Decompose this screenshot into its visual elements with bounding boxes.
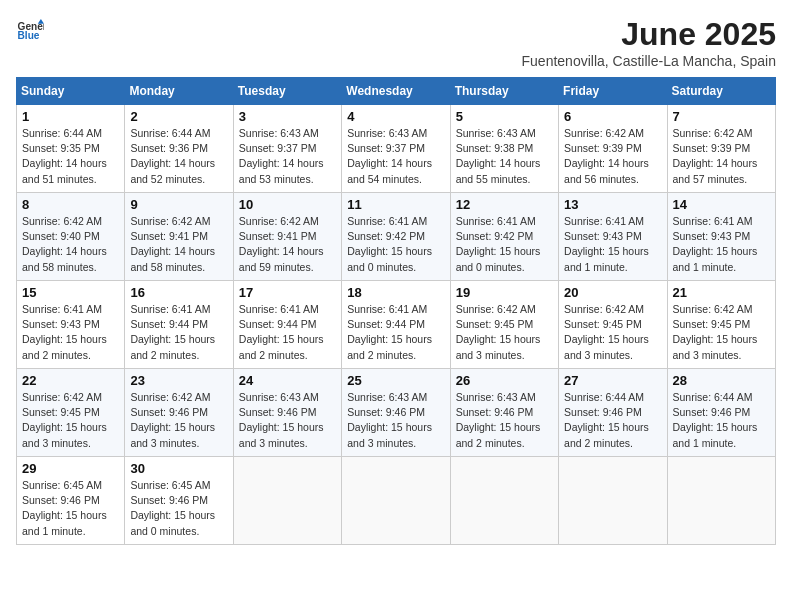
day-info: Sunrise: 6:41 AMSunset: 9:43 PMDaylight:…	[564, 214, 661, 275]
calendar-cell: 17 Sunrise: 6:41 AMSunset: 9:44 PMDaylig…	[233, 281, 341, 369]
day-info: Sunrise: 6:41 AMSunset: 9:43 PMDaylight:…	[22, 302, 119, 363]
calendar-cell	[450, 457, 558, 545]
calendar-cell: 20 Sunrise: 6:42 AMSunset: 9:45 PMDaylig…	[559, 281, 667, 369]
day-info: Sunrise: 6:42 AMSunset: 9:45 PMDaylight:…	[673, 302, 770, 363]
svg-text:Blue: Blue	[18, 30, 40, 41]
day-number: 29	[22, 461, 119, 476]
calendar-cell	[233, 457, 341, 545]
day-info: Sunrise: 6:45 AMSunset: 9:46 PMDaylight:…	[22, 478, 119, 539]
weekday-header-tuesday: Tuesday	[233, 78, 341, 105]
weekday-header-sunday: Sunday	[17, 78, 125, 105]
day-number: 10	[239, 197, 336, 212]
page-header: General Blue June 2025 Fuentenovilla, Ca…	[16, 16, 776, 69]
day-number: 25	[347, 373, 444, 388]
calendar-row: 22 Sunrise: 6:42 AMSunset: 9:45 PMDaylig…	[17, 369, 776, 457]
calendar-cell: 15 Sunrise: 6:41 AMSunset: 9:43 PMDaylig…	[17, 281, 125, 369]
day-info: Sunrise: 6:43 AMSunset: 9:46 PMDaylight:…	[456, 390, 553, 451]
day-info: Sunrise: 6:42 AMSunset: 9:45 PMDaylight:…	[564, 302, 661, 363]
calendar-table: SundayMondayTuesdayWednesdayThursdayFrid…	[16, 77, 776, 545]
day-info: Sunrise: 6:43 AMSunset: 9:46 PMDaylight:…	[239, 390, 336, 451]
day-number: 21	[673, 285, 770, 300]
day-info: Sunrise: 6:42 AMSunset: 9:45 PMDaylight:…	[456, 302, 553, 363]
day-number: 4	[347, 109, 444, 124]
day-number: 12	[456, 197, 553, 212]
calendar-row: 29 Sunrise: 6:45 AMSunset: 9:46 PMDaylig…	[17, 457, 776, 545]
day-number: 3	[239, 109, 336, 124]
day-number: 14	[673, 197, 770, 212]
day-number: 8	[22, 197, 119, 212]
calendar-cell: 5 Sunrise: 6:43 AMSunset: 9:38 PMDayligh…	[450, 105, 558, 193]
day-info: Sunrise: 6:43 AMSunset: 9:37 PMDaylight:…	[347, 126, 444, 187]
day-info: Sunrise: 6:43 AMSunset: 9:37 PMDaylight:…	[239, 126, 336, 187]
day-info: Sunrise: 6:41 AMSunset: 9:44 PMDaylight:…	[239, 302, 336, 363]
day-info: Sunrise: 6:43 AMSunset: 9:46 PMDaylight:…	[347, 390, 444, 451]
day-info: Sunrise: 6:44 AMSunset: 9:36 PMDaylight:…	[130, 126, 227, 187]
day-number: 1	[22, 109, 119, 124]
calendar-cell: 3 Sunrise: 6:43 AMSunset: 9:37 PMDayligh…	[233, 105, 341, 193]
calendar-cell: 29 Sunrise: 6:45 AMSunset: 9:46 PMDaylig…	[17, 457, 125, 545]
weekday-header-thursday: Thursday	[450, 78, 558, 105]
day-number: 7	[673, 109, 770, 124]
title-area: June 2025 Fuentenovilla, Castille-La Man…	[522, 16, 776, 69]
subtitle: Fuentenovilla, Castille-La Mancha, Spain	[522, 53, 776, 69]
calendar-cell: 22 Sunrise: 6:42 AMSunset: 9:45 PMDaylig…	[17, 369, 125, 457]
calendar-cell	[342, 457, 450, 545]
day-info: Sunrise: 6:42 AMSunset: 9:45 PMDaylight:…	[22, 390, 119, 451]
weekday-header-friday: Friday	[559, 78, 667, 105]
calendar-cell: 8 Sunrise: 6:42 AMSunset: 9:40 PMDayligh…	[17, 193, 125, 281]
calendar-cell: 4 Sunrise: 6:43 AMSunset: 9:37 PMDayligh…	[342, 105, 450, 193]
logo: General Blue	[16, 16, 44, 44]
day-number: 17	[239, 285, 336, 300]
day-number: 6	[564, 109, 661, 124]
calendar-cell: 30 Sunrise: 6:45 AMSunset: 9:46 PMDaylig…	[125, 457, 233, 545]
calendar-cell: 11 Sunrise: 6:41 AMSunset: 9:42 PMDaylig…	[342, 193, 450, 281]
day-info: Sunrise: 6:42 AMSunset: 9:41 PMDaylight:…	[239, 214, 336, 275]
day-info: Sunrise: 6:43 AMSunset: 9:38 PMDaylight:…	[456, 126, 553, 187]
day-number: 2	[130, 109, 227, 124]
logo-icon: General Blue	[16, 16, 44, 44]
day-info: Sunrise: 6:42 AMSunset: 9:39 PMDaylight:…	[673, 126, 770, 187]
day-number: 19	[456, 285, 553, 300]
calendar-row: 1 Sunrise: 6:44 AMSunset: 9:35 PMDayligh…	[17, 105, 776, 193]
day-info: Sunrise: 6:41 AMSunset: 9:44 PMDaylight:…	[347, 302, 444, 363]
day-info: Sunrise: 6:41 AMSunset: 9:43 PMDaylight:…	[673, 214, 770, 275]
calendar-row: 8 Sunrise: 6:42 AMSunset: 9:40 PMDayligh…	[17, 193, 776, 281]
calendar-cell: 26 Sunrise: 6:43 AMSunset: 9:46 PMDaylig…	[450, 369, 558, 457]
calendar-cell: 13 Sunrise: 6:41 AMSunset: 9:43 PMDaylig…	[559, 193, 667, 281]
day-info: Sunrise: 6:42 AMSunset: 9:40 PMDaylight:…	[22, 214, 119, 275]
calendar-cell: 2 Sunrise: 6:44 AMSunset: 9:36 PMDayligh…	[125, 105, 233, 193]
day-number: 23	[130, 373, 227, 388]
day-info: Sunrise: 6:44 AMSunset: 9:46 PMDaylight:…	[673, 390, 770, 451]
calendar-row: 15 Sunrise: 6:41 AMSunset: 9:43 PMDaylig…	[17, 281, 776, 369]
calendar-cell: 28 Sunrise: 6:44 AMSunset: 9:46 PMDaylig…	[667, 369, 775, 457]
day-number: 9	[130, 197, 227, 212]
weekday-header-row: SundayMondayTuesdayWednesdayThursdayFrid…	[17, 78, 776, 105]
calendar-cell: 18 Sunrise: 6:41 AMSunset: 9:44 PMDaylig…	[342, 281, 450, 369]
day-info: Sunrise: 6:42 AMSunset: 9:39 PMDaylight:…	[564, 126, 661, 187]
day-info: Sunrise: 6:42 AMSunset: 9:41 PMDaylight:…	[130, 214, 227, 275]
calendar-cell: 19 Sunrise: 6:42 AMSunset: 9:45 PMDaylig…	[450, 281, 558, 369]
calendar-cell	[559, 457, 667, 545]
calendar-cell: 1 Sunrise: 6:44 AMSunset: 9:35 PMDayligh…	[17, 105, 125, 193]
calendar-cell: 7 Sunrise: 6:42 AMSunset: 9:39 PMDayligh…	[667, 105, 775, 193]
weekday-header-monday: Monday	[125, 78, 233, 105]
calendar-cell: 10 Sunrise: 6:42 AMSunset: 9:41 PMDaylig…	[233, 193, 341, 281]
calendar-cell: 6 Sunrise: 6:42 AMSunset: 9:39 PMDayligh…	[559, 105, 667, 193]
day-info: Sunrise: 6:45 AMSunset: 9:46 PMDaylight:…	[130, 478, 227, 539]
day-number: 26	[456, 373, 553, 388]
calendar-cell: 9 Sunrise: 6:42 AMSunset: 9:41 PMDayligh…	[125, 193, 233, 281]
day-info: Sunrise: 6:44 AMSunset: 9:46 PMDaylight:…	[564, 390, 661, 451]
calendar-cell: 12 Sunrise: 6:41 AMSunset: 9:42 PMDaylig…	[450, 193, 558, 281]
calendar-cell: 23 Sunrise: 6:42 AMSunset: 9:46 PMDaylig…	[125, 369, 233, 457]
day-info: Sunrise: 6:44 AMSunset: 9:35 PMDaylight:…	[22, 126, 119, 187]
day-number: 16	[130, 285, 227, 300]
day-number: 22	[22, 373, 119, 388]
calendar-cell: 25 Sunrise: 6:43 AMSunset: 9:46 PMDaylig…	[342, 369, 450, 457]
calendar-cell: 24 Sunrise: 6:43 AMSunset: 9:46 PMDaylig…	[233, 369, 341, 457]
day-number: 11	[347, 197, 444, 212]
day-info: Sunrise: 6:42 AMSunset: 9:46 PMDaylight:…	[130, 390, 227, 451]
weekday-header-wednesday: Wednesday	[342, 78, 450, 105]
day-number: 28	[673, 373, 770, 388]
day-info: Sunrise: 6:41 AMSunset: 9:42 PMDaylight:…	[347, 214, 444, 275]
day-number: 24	[239, 373, 336, 388]
